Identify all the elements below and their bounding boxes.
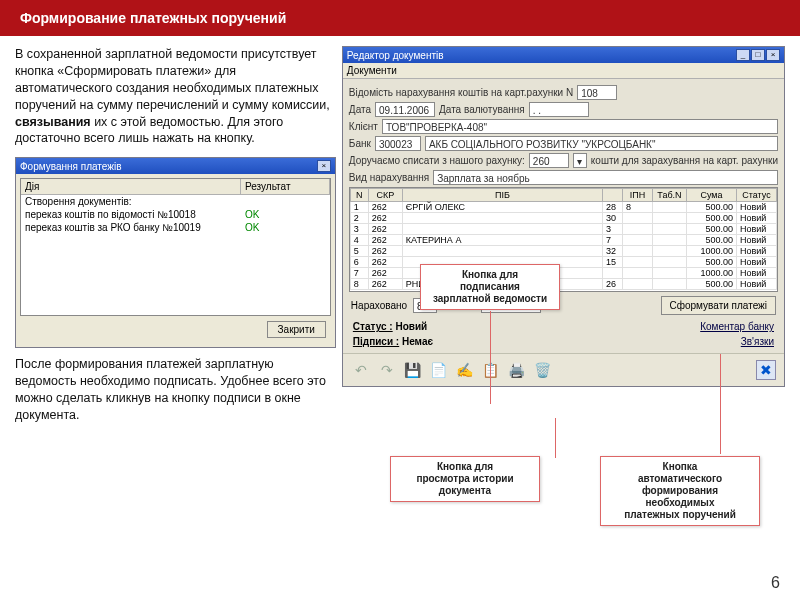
after-paragraph: После формирования платежей зарплатную в… xyxy=(15,356,336,424)
table-row: 8262РНИ ОЛЕКСА26500.00Новий xyxy=(350,279,776,290)
bindings-link[interactable]: Зв'язки xyxy=(741,336,774,347)
maximize-icon[interactable]: □ xyxy=(751,49,765,61)
undo-icon[interactable]: ↶ xyxy=(351,360,371,380)
progress-list: Створення документів: переказ коштів по … xyxy=(21,195,330,234)
bank-comment-link[interactable]: Коментар банку xyxy=(700,321,774,332)
table-row: 226230500.00Новий xyxy=(350,213,776,224)
statement-number-field[interactable]: 108 xyxy=(577,85,617,100)
close-toolbar-icon[interactable]: ✖ xyxy=(756,360,776,380)
callout-history: Кнопка для просмотра истории документа xyxy=(390,456,540,502)
menu-documents[interactable]: Документи xyxy=(347,65,397,76)
window-title: Формування платежів xyxy=(20,161,121,172)
bank-code-field[interactable]: 300023 xyxy=(375,136,421,151)
kind-field[interactable]: Зарплата за ноябрь xyxy=(433,170,778,185)
redo-icon[interactable]: ↷ xyxy=(377,360,397,380)
save-icon[interactable]: 💾 xyxy=(403,360,423,380)
table-row: 72621000.00Новий xyxy=(350,268,776,279)
editor-toolbar: ↶ ↷ 💾 📄 ✍️ 📋 🖨️ 🗑️ ✖ xyxy=(343,353,784,386)
callout-sign: Кнопка для подписания зарплатной ведомос… xyxy=(420,264,560,310)
value-date-field[interactable]: . . xyxy=(529,102,589,117)
table-row: 5262321000.00Новий xyxy=(350,246,776,257)
table-row: 4262КАТЕРИНА А7500.00Новий xyxy=(350,235,776,246)
account-field[interactable]: 260 xyxy=(529,153,569,168)
payments-progress-window: Формування платежів × Дія Результат Ство… xyxy=(15,157,336,348)
table-row: 32623500.00Новий xyxy=(350,224,776,235)
close-button[interactable]: Закрити xyxy=(267,321,326,338)
bank-name-field[interactable]: АКБ СОЦІАЛЬНОГО РОЗВИТКУ "УКРСОЦБАНК" xyxy=(425,136,778,151)
delete-icon[interactable]: 🗑️ xyxy=(533,360,553,380)
close-icon[interactable]: × xyxy=(317,160,331,172)
intro-paragraph: В сохраненной зарплатной ведомости прису… xyxy=(15,46,336,147)
col-result: Результат xyxy=(241,179,330,194)
employees-grid[interactable]: N СКР ПІБ ІПН Таб.N Сума Статус 1262ЄРГІ… xyxy=(349,187,778,292)
window-title: Редактор документів xyxy=(347,50,444,61)
page-number: 6 xyxy=(771,574,780,592)
print-icon[interactable]: 🖨️ xyxy=(507,360,527,380)
account-dropdown[interactable]: ▾ xyxy=(573,153,587,168)
client-field[interactable]: ТОВ"ПРОВЕРКА-408" xyxy=(382,119,778,134)
callout-auto: Кнопка автоматического формирования необ… xyxy=(600,456,760,526)
table-row: 626215500.00Новий xyxy=(350,257,776,268)
slide-title: Формирование платежных поручений xyxy=(0,0,800,36)
copy-icon[interactable]: 📄 xyxy=(429,360,449,380)
sign-icon[interactable]: ✍️ xyxy=(455,360,475,380)
table-row: 1262ЄРГІЙ ОЛЕКС288500.00Новий xyxy=(350,202,776,213)
close-icon[interactable]: × xyxy=(766,49,780,61)
minimize-icon[interactable]: _ xyxy=(736,49,750,61)
col-action: Дія xyxy=(21,179,241,194)
document-editor-window: Редактор документів _ □ × Документи Відо… xyxy=(342,46,785,387)
date-field[interactable]: 09.11.2006 xyxy=(375,102,435,117)
generate-payments-button[interactable]: Сформувати платежі xyxy=(661,296,776,315)
